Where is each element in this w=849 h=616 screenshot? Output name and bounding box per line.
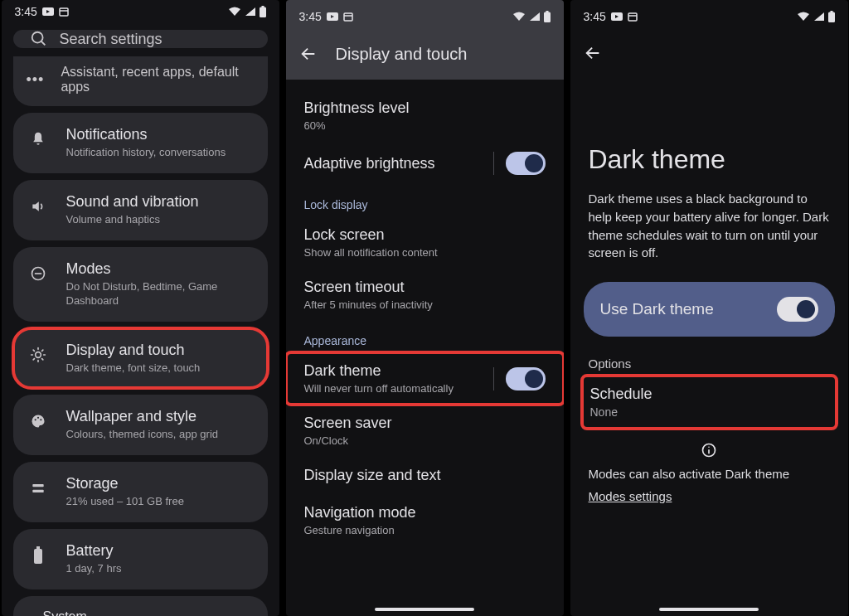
- volume-icon: [27, 195, 50, 218]
- svg-point-5: [32, 32, 42, 43]
- item-display-size-text[interactable]: Display size and text: [286, 457, 564, 494]
- back-button[interactable]: [584, 44, 602, 62]
- section-lock-display: Lock display: [286, 185, 564, 216]
- dnd-icon: [27, 262, 50, 285]
- settings-item-wallpaper[interactable]: Wallpaper and styleColours, themed icons…: [13, 395, 268, 455]
- use-dark-theme-switch[interactable]: [777, 297, 818, 322]
- back-button[interactable]: [299, 45, 318, 63]
- settings-item-sound[interactable]: Sound and vibrationVolume and haptics: [13, 180, 268, 240]
- item-screen-saver[interactable]: Screen saver On/Clock: [286, 405, 564, 457]
- item-brightness-level[interactable]: Brightness level 60%: [286, 90, 564, 142]
- svg-point-18: [34, 420, 36, 421]
- svg-line-6: [41, 41, 45, 46]
- battery-vert-icon: [27, 544, 50, 567]
- svg-line-14: [33, 350, 34, 351]
- wifi-icon: [512, 12, 526, 22]
- svg-rect-1: [60, 8, 68, 16]
- settings-item-notifications[interactable]: NotificationsNotification history, conve…: [13, 113, 268, 173]
- palette-icon: [27, 410, 50, 433]
- screen-display-touch: 3:45 Display and touch Brightness level …: [286, 0, 564, 616]
- info-icon: [589, 442, 830, 458]
- settings-item-modes[interactable]: ModesDo Not Disturb, Bedtime, Game Dashb…: [13, 247, 268, 322]
- header-title: Display and touch: [336, 45, 468, 64]
- search-placeholder: Search settings: [60, 31, 163, 48]
- calendar-icon: [59, 7, 69, 17]
- svg-rect-32: [628, 13, 637, 21]
- signal-icon: [245, 7, 256, 17]
- svg-rect-24: [36, 546, 40, 549]
- adaptive-brightness-switch[interactable]: [506, 152, 546, 175]
- divider: [493, 367, 494, 390]
- brightness-icon: [27, 343, 50, 366]
- svg-rect-28: [544, 12, 551, 23]
- settings-item-battery[interactable]: Battery1 day, 7 hrs: [13, 529, 268, 589]
- gesture-nav-bar[interactable]: [659, 608, 759, 611]
- svg-rect-21: [32, 484, 43, 487]
- bell-icon: [27, 128, 50, 151]
- status-time: 3:45: [15, 5, 37, 18]
- svg-line-17: [41, 350, 42, 351]
- screen-settings-list: 3:45 Search settings ••• Assistant, rece…: [2, 0, 279, 616]
- youtube-icon: [42, 7, 54, 16]
- signal-icon: [529, 12, 541, 22]
- settings-item-storage[interactable]: Storage21% used – 101 GB free: [13, 462, 268, 522]
- section-appearance: Appearance: [286, 321, 564, 352]
- status-bar: 3:45: [570, 0, 848, 28]
- status-time: 3:45: [584, 10, 606, 23]
- svg-rect-29: [546, 11, 548, 12]
- item-screen-timeout[interactable]: Screen timeout After 5 minutes of inacti…: [286, 269, 564, 321]
- svg-rect-23: [34, 549, 42, 564]
- svg-rect-4: [261, 6, 264, 7]
- status-bar: 3:45: [2, 0, 279, 18]
- svg-point-20: [40, 420, 41, 421]
- youtube-icon: [611, 12, 623, 21]
- svg-rect-26: [344, 13, 352, 21]
- search-icon: [30, 30, 48, 48]
- dark-theme-switch[interactable]: [506, 367, 546, 390]
- modes-settings-link[interactable]: Modes settings: [589, 489, 830, 503]
- gesture-nav-bar[interactable]: [375, 608, 474, 611]
- svg-rect-34: [828, 12, 835, 23]
- svg-rect-3: [260, 7, 266, 18]
- use-dark-theme-row[interactable]: Use Dark theme: [584, 282, 835, 337]
- svg-point-9: [35, 352, 41, 357]
- battery-icon: [544, 11, 551, 22]
- youtube-icon: [327, 12, 338, 21]
- settings-item-display[interactable]: Display and touchDark theme, font size, …: [13, 328, 268, 389]
- info-text: Modes can also activate Dark theme: [589, 467, 830, 481]
- settings-item-apps-partial[interactable]: ••• Assistant, recent apps, default apps: [13, 56, 268, 106]
- battery-icon: [260, 6, 266, 17]
- status-time: 3:45: [299, 10, 322, 23]
- calendar-icon: [343, 12, 353, 22]
- signal-icon: [813, 12, 825, 22]
- wifi-icon: [228, 7, 241, 17]
- battery-icon: [828, 11, 835, 22]
- item-schedule[interactable]: Schedule None: [582, 376, 837, 429]
- svg-line-16: [33, 358, 34, 359]
- item-lock-screen[interactable]: Lock screen Show all notification conten…: [286, 216, 564, 269]
- use-dark-theme-label: Use Dark theme: [600, 300, 714, 318]
- calendar-icon: [628, 12, 638, 22]
- screen-dark-theme: 3:45 Dark theme Dark theme uses a black …: [570, 0, 848, 616]
- svg-rect-22: [32, 490, 43, 492]
- search-settings[interactable]: Search settings: [13, 30, 268, 48]
- wifi-icon: [797, 12, 810, 22]
- page-description: Dark theme uses a black background to he…: [570, 190, 848, 279]
- divider: [493, 152, 494, 175]
- svg-line-15: [41, 358, 42, 359]
- svg-point-19: [36, 417, 38, 419]
- item-navigation-mode[interactable]: Navigation mode Gesture navigation: [286, 494, 564, 546]
- header: Display and touch: [286, 28, 564, 80]
- settings-item-system-partial[interactable]: System: [13, 596, 268, 616]
- more-icon: •••: [27, 71, 45, 88]
- item-dark-theme[interactable]: Dark themeWill never turn off automatica…: [286, 352, 564, 405]
- status-bar: 3:45: [286, 0, 564, 28]
- svg-point-39: [708, 446, 710, 448]
- options-label: Options: [570, 353, 848, 376]
- svg-rect-35: [830, 11, 832, 12]
- item-adaptive-brightness[interactable]: Adaptive brightness: [286, 142, 564, 185]
- storage-icon: [27, 477, 50, 500]
- page-title: Dark theme: [570, 78, 848, 190]
